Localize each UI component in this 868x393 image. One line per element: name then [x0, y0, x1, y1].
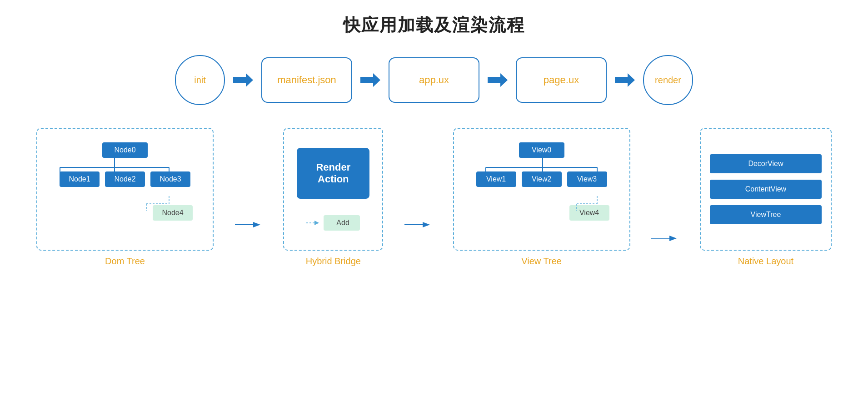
native-viewtree: ViewTree: [710, 205, 822, 224]
native-layout-box: DecorView ContentView ViewTree: [700, 128, 832, 251]
dom-node3: Node3: [150, 171, 190, 187]
hybrid-bridge-label: Hybrid Bridge: [283, 256, 383, 267]
dom-node1: Node1: [60, 171, 100, 187]
svg-marker-2: [488, 73, 508, 87]
view-node0: View0: [519, 142, 564, 158]
svg-marker-0: [233, 73, 253, 87]
svg-marker-15: [314, 221, 319, 225]
native-layout-label: Native Layout: [700, 256, 832, 267]
svg-marker-17: [423, 222, 430, 227]
flow-arrow-2: [360, 73, 380, 87]
svg-marker-1: [360, 73, 380, 87]
flow-node-render: render: [643, 55, 693, 105]
svg-marker-3: [615, 73, 635, 87]
native-decor: DecorView: [710, 154, 822, 173]
view-node4: View4: [569, 205, 609, 221]
view-tree-section: View0 View1 View2 View3 View4 View Tree: [453, 128, 630, 267]
svg-marker-27: [669, 236, 677, 241]
dom-node4: Node4: [153, 205, 193, 221]
flow-arrow-3: [488, 73, 508, 87]
dom-tree-box: Node0 Node1 Node2 Node3 Node4: [36, 128, 214, 251]
dom-tree-label: Dom Tree: [36, 256, 214, 267]
flow-arrow-1: [233, 73, 253, 87]
view-node3: View3: [567, 171, 607, 187]
dom-node0: Node0: [102, 142, 148, 158]
render-action-box: Render Action: [297, 148, 369, 199]
native-content: ContentView: [710, 180, 822, 199]
dom-tree-section: Node0 Node1 Node2 Node3 Node4 Dom Tree: [36, 128, 214, 267]
hybrid-bridge-section: Render Action Add Hybrid Bridge: [283, 128, 383, 267]
arrow-dom-hybrid: [235, 219, 262, 230]
view-tree-label: View Tree: [453, 256, 630, 267]
arrow-hybrid-view: [404, 219, 432, 230]
native-layout-section: DecorView ContentView ViewTree Native La…: [700, 128, 832, 267]
view-tree-box: View0 View1 View2 View3 View4: [453, 128, 630, 251]
page-title: 快应用加载及渲染流程: [343, 14, 525, 37]
flow-node-appux: app.ux: [389, 57, 479, 103]
bottom-section: Node0 Node1 Node2 Node3 Node4 Dom Tree R…: [36, 128, 832, 267]
add-box: Add: [324, 215, 360, 231]
flow-node-manifest: manifest.json: [261, 57, 352, 103]
flow-node-pageux: page.ux: [516, 57, 607, 103]
view-node1: View1: [476, 171, 516, 187]
flow-arrow-4: [615, 73, 635, 87]
view-node2: View2: [522, 171, 562, 187]
hybrid-bridge-box: Render Action Add: [283, 128, 383, 251]
dom-node2: Node2: [105, 171, 145, 187]
flow-row: init manifest.json app.ux page.ux render: [175, 55, 693, 105]
flow-node-init: init: [175, 55, 225, 105]
svg-marker-13: [253, 222, 260, 227]
arrow-view-native: [651, 233, 678, 244]
